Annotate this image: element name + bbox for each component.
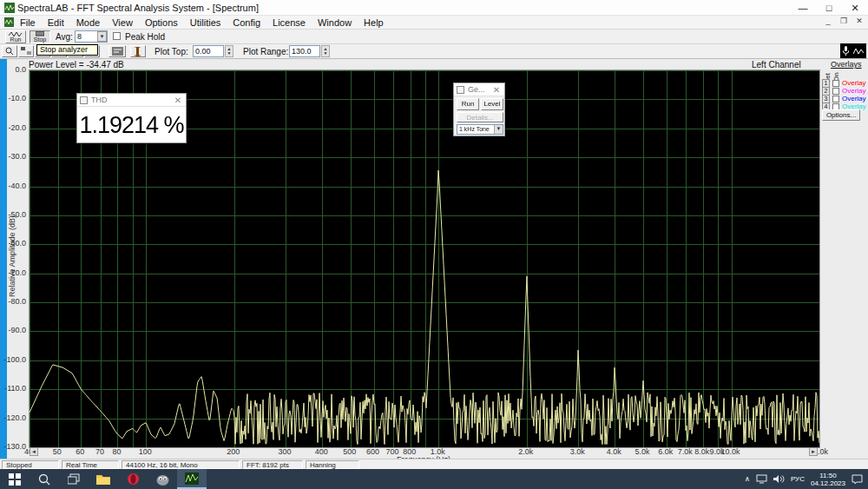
notifications-icon[interactable] bbox=[852, 474, 863, 485]
gimp-button[interactable] bbox=[148, 469, 177, 489]
y-tick-0.0: 0.0 bbox=[15, 65, 26, 74]
start-button[interactable] bbox=[0, 469, 30, 489]
y-tick--90.0: -90.0 bbox=[8, 326, 26, 334]
mdi-minimize-button[interactable]: _ bbox=[823, 17, 833, 25]
spectralab-taskbar-button[interactable] bbox=[177, 469, 207, 489]
avg-dropdown-arrow[interactable]: ▼ bbox=[97, 31, 107, 42]
maximize-button[interactable]: □ bbox=[816, 0, 842, 16]
menu-mode[interactable]: Mode bbox=[70, 16, 107, 30]
thd-close-icon[interactable]: ✕ bbox=[173, 96, 183, 105]
generator-level-button[interactable]: Level bbox=[481, 98, 503, 110]
menu-config[interactable]: Config bbox=[227, 16, 266, 30]
scroll-left-button[interactable]: ◄ bbox=[30, 447, 38, 456]
menu-utilities[interactable]: Utilities bbox=[184, 16, 227, 30]
generator-signal-combobox[interactable]: 1 kHz Tone ▼ bbox=[457, 124, 503, 135]
speaker-icon[interactable] bbox=[773, 474, 785, 484]
thd-window: THD ✕ 1.19214 % bbox=[76, 93, 187, 143]
mdi-child-icon bbox=[4, 17, 14, 27]
y-tick--130.0: -130.0 bbox=[3, 442, 26, 451]
magnifier-icon bbox=[5, 47, 14, 56]
generator-details-button[interactable]: Details... bbox=[457, 112, 503, 122]
close-button[interactable]: ✕ bbox=[842, 0, 868, 16]
channel-select-button[interactable] bbox=[18, 45, 34, 57]
channel-label: Left Channel bbox=[752, 60, 801, 69]
menu-window[interactable]: Window bbox=[312, 16, 358, 30]
audio-device-indicator[interactable] bbox=[840, 43, 866, 58]
status-cell-3: FFT: 8192 pts bbox=[242, 460, 303, 469]
status-bar: StoppedReal Time44100 Hz, 16 bit, MonoFF… bbox=[0, 459, 868, 469]
channel-icon bbox=[21, 47, 31, 56]
y-tick--10.0: -10.0 bbox=[8, 94, 26, 102]
overlays-options-button[interactable]: Options... bbox=[822, 109, 860, 121]
marker-icon bbox=[135, 47, 141, 56]
taskbar-clock[interactable]: 11:50 04.12.2023 bbox=[811, 472, 845, 487]
generator-signal-value: 1 kHz Tone bbox=[459, 126, 490, 132]
menu-license[interactable]: License bbox=[266, 16, 312, 30]
file-explorer-button[interactable] bbox=[89, 469, 118, 489]
marker-button[interactable] bbox=[130, 45, 146, 57]
power-level-readout: Power Level = -34.47 dB bbox=[29, 60, 124, 69]
run-button-label: Run bbox=[10, 36, 22, 43]
waveform-scope-icon bbox=[853, 46, 864, 56]
generator-run-button[interactable]: Run bbox=[457, 98, 479, 110]
display-settings-button[interactable] bbox=[108, 45, 126, 57]
task-view-button[interactable] bbox=[59, 469, 89, 489]
taskbar-search-button[interactable] bbox=[30, 469, 59, 489]
generator-window-icon bbox=[457, 86, 464, 94]
scroll-right-button[interactable]: ► bbox=[809, 447, 818, 456]
mdi-close-button[interactable]: ✕ bbox=[854, 17, 865, 25]
opera-icon bbox=[127, 472, 140, 486]
app-icon bbox=[4, 3, 15, 13]
generator-titlebar[interactable]: Ge... ✕ bbox=[454, 83, 504, 96]
menu-edit[interactable]: Edit bbox=[42, 16, 70, 30]
status-cell-1: Real Time bbox=[62, 460, 119, 469]
plot-top-input[interactable]: 0.00 bbox=[193, 45, 224, 57]
title-bar: SpectraLAB - FFT Spectral Analysis Syste… bbox=[0, 0, 868, 16]
menu-bar: FileEditModeViewOptionsUtilitiesConfigLi… bbox=[0, 16, 868, 30]
avg-label: Avg: bbox=[56, 32, 73, 42]
mdi-restore-button[interactable]: ❐ bbox=[838, 17, 849, 25]
thd-titlebar[interactable]: THD ✕ bbox=[77, 94, 186, 107]
menu-view[interactable]: View bbox=[106, 16, 139, 30]
menu-help[interactable]: Help bbox=[358, 16, 390, 30]
keyboard-language[interactable]: РУС bbox=[791, 475, 805, 483]
opera-browser-button[interactable] bbox=[118, 469, 148, 489]
taskbar-date: 04.12.2023 bbox=[811, 479, 845, 487]
zoom-button[interactable] bbox=[2, 45, 17, 57]
window-title: SpectraLAB - FFT Spectral Analysis Syste… bbox=[17, 3, 259, 13]
run-button[interactable]: Run bbox=[5, 30, 26, 43]
status-cell-2: 44100 Hz, 16 bit, Mono bbox=[122, 460, 240, 469]
tooltip: Stop analyzer bbox=[36, 44, 98, 56]
y-tick--30.0: -30.0 bbox=[8, 152, 26, 161]
y-tick--40.0: -40.0 bbox=[8, 182, 26, 190]
plot-range-spinner[interactable]: ▲▼ bbox=[321, 45, 330, 57]
screen: SpectraLAB - FFT Spectral Analysis Syste… bbox=[0, 0, 868, 489]
chevron-down-icon[interactable]: ▼ bbox=[494, 125, 503, 134]
task-view-icon bbox=[68, 473, 80, 485]
peak-hold-label: Peak Hold bbox=[125, 32, 165, 42]
minimize-button[interactable]: — bbox=[790, 0, 816, 16]
plot-top-spinner[interactable]: ▲▼ bbox=[225, 45, 233, 57]
y-tick--110.0: -110.0 bbox=[4, 384, 26, 393]
menu-file[interactable]: File bbox=[14, 16, 42, 30]
stop-button-label: Stop bbox=[34, 36, 46, 43]
plot-range-label: Plot Range: bbox=[243, 47, 288, 56]
network-icon[interactable] bbox=[756, 474, 767, 484]
status-cell-4: Hanning bbox=[306, 460, 359, 469]
menu-options[interactable]: Options bbox=[139, 16, 184, 30]
taskbar: ∧ РУС 11:50 04.12.2023 bbox=[0, 469, 868, 489]
y-axis-title: Relative Amplitude (dB) bbox=[8, 204, 16, 308]
display-settings-icon bbox=[112, 47, 123, 56]
plot-top-label: Plot Top: bbox=[155, 47, 188, 56]
windows-logo-icon bbox=[9, 473, 21, 486]
y-tick--20.0: -20.0 bbox=[8, 123, 26, 132]
spectralab-icon bbox=[185, 472, 199, 485]
plot-range-input[interactable]: 130.0 bbox=[289, 45, 320, 57]
microphone-icon bbox=[843, 46, 849, 56]
hidden-icons-chevron[interactable]: ∧ bbox=[745, 475, 750, 483]
peak-hold-checkbox[interactable] bbox=[113, 32, 121, 40]
stop-button[interactable]: Stop bbox=[30, 30, 50, 43]
x-axis: 40506070801002003004005006007008001.0k2.… bbox=[29, 447, 819, 455]
generator-close-icon[interactable]: ✕ bbox=[491, 85, 502, 95]
generator-window-title: Ge... bbox=[468, 85, 491, 94]
